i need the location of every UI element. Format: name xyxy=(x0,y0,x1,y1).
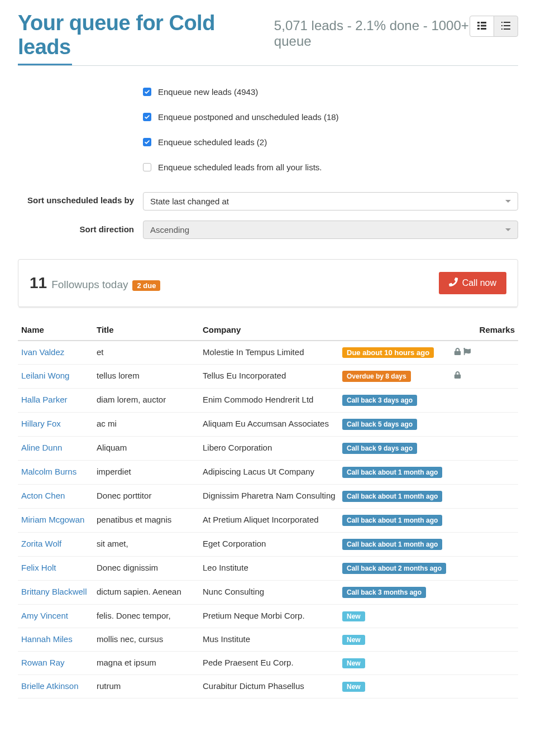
lead-name-link[interactable]: Halla Parker xyxy=(21,395,68,404)
status-badge: New xyxy=(342,611,365,621)
th-name: Name xyxy=(18,319,93,341)
grid-icon xyxy=(477,22,486,31)
status-badge: New xyxy=(342,658,365,668)
table-row: Ivan ValdezetMolestie In Tempus LimitedD… xyxy=(18,341,518,365)
status-badge: Call back about 2 months ago xyxy=(342,563,446,574)
status-badge: Call back about 1 month ago xyxy=(342,539,442,550)
checkbox-row[interactable]: Enqueue new leads (4943) xyxy=(143,87,518,97)
sort-direction-select[interactable]: Ascending xyxy=(143,221,518,239)
phone-icon xyxy=(449,277,458,289)
call-now-button[interactable]: Call now xyxy=(439,272,506,294)
lead-name-link[interactable]: Leilani Wong xyxy=(21,371,69,380)
lead-title: ac mi xyxy=(93,413,199,437)
th-title: Title xyxy=(93,319,199,341)
lead-name-link[interactable]: Hannah Miles xyxy=(21,634,73,644)
sort-by-value: State last changed at xyxy=(150,197,229,206)
active-tab-underline xyxy=(18,64,72,65)
lead-name-link[interactable]: Ivan Valdez xyxy=(21,347,64,357)
table-row: Felix HoltDonec dignissimLeo InstituteCa… xyxy=(18,557,518,581)
lead-name-link[interactable]: Acton Chen xyxy=(21,491,65,500)
table-row: Zorita Wolfsit amet,Eget CorporationCall… xyxy=(18,533,518,557)
lead-title: et xyxy=(93,341,199,365)
status-badge: Call back about 1 month ago xyxy=(342,467,442,478)
lead-name-link[interactable]: Rowan Ray xyxy=(21,658,65,667)
page-title: Your queue for Cold leads xyxy=(18,11,267,59)
checkbox-row[interactable]: Enqueue scheduled leads (2) xyxy=(143,137,518,147)
lead-company: Eget Corporation xyxy=(199,533,339,557)
svg-rect-0 xyxy=(477,22,480,23)
table-row: Aline DunnAliquamLibero CorporationCall … xyxy=(18,437,518,461)
checkbox-row[interactable]: Enqueue scheduled leads from all your li… xyxy=(143,162,518,172)
lead-company: Mus Institute xyxy=(199,628,339,652)
lead-title: tellus lorem xyxy=(93,365,199,389)
view-grid-button[interactable] xyxy=(470,16,494,37)
table-row: Rowan Raymagna et ipsumPede Praesent Eu … xyxy=(18,652,518,675)
status-badge: Call back 3 months ago xyxy=(342,587,426,598)
followups-label: Followups today xyxy=(51,279,128,291)
lead-company: Libero Corporation xyxy=(199,437,339,461)
lead-title: penatibus et magnis xyxy=(93,509,199,533)
lead-name-link[interactable]: Hillary Fox xyxy=(21,419,61,428)
checkbox-checked-icon xyxy=(143,138,151,146)
sort-direction-label: Sort direction xyxy=(18,221,143,234)
lead-name-link[interactable]: Miriam Mcgowan xyxy=(21,515,84,524)
followups-count: 11 xyxy=(30,274,47,292)
checkbox-checked-icon xyxy=(143,113,151,121)
svg-rect-11 xyxy=(504,28,510,30)
call-now-label: Call now xyxy=(462,278,496,288)
lead-name-link[interactable]: Felix Holt xyxy=(21,563,56,572)
lead-title: Donec dignissim xyxy=(93,557,199,581)
lead-company: Adipiscing Lacus Ut Company xyxy=(199,461,339,485)
lead-name-link[interactable]: Brittany Blackwell xyxy=(21,587,87,596)
svg-rect-3 xyxy=(481,25,486,26)
lead-title: sit amet, xyxy=(93,533,199,557)
table-row: Leilani Wongtellus loremTellus Eu Incorp… xyxy=(18,365,518,389)
lead-name-link[interactable]: Zorita Wolf xyxy=(21,539,61,548)
svg-rect-6 xyxy=(501,22,502,23)
checkbox-label: Enqueue scheduled leads from all your li… xyxy=(158,162,322,172)
lead-company: Nunc Consulting xyxy=(199,581,339,605)
due-badge: 2 due xyxy=(132,280,160,291)
sort-by-label: Sort unscheduled leads by xyxy=(18,192,143,205)
status-badge: Overdue by 8 days xyxy=(342,371,411,382)
lead-company: At Pretium Aliquet Incorporated xyxy=(199,509,339,533)
status-badge: Call back about 1 month ago xyxy=(342,515,442,526)
svg-rect-5 xyxy=(481,28,486,30)
view-toggle xyxy=(470,16,518,37)
svg-rect-1 xyxy=(481,22,486,23)
lock-icon xyxy=(454,347,461,357)
checkbox-row[interactable]: Enqueue postponed and unscheduled leads … xyxy=(143,112,518,122)
lead-title: rutrum xyxy=(93,675,199,698)
checkbox-label: Enqueue new leads (4943) xyxy=(158,87,258,97)
th-remarks: Remarks xyxy=(451,319,518,341)
svg-rect-9 xyxy=(504,25,510,26)
status-badge: Call back about 1 month ago xyxy=(342,491,442,502)
table-row: Miriam Mcgowanpenatibus et magnisAt Pret… xyxy=(18,509,518,533)
lead-name-link[interactable]: Brielle Atkinson xyxy=(21,681,79,691)
status-badge: Call back 9 days ago xyxy=(342,443,417,454)
svg-rect-2 xyxy=(477,25,480,26)
checkbox-label: Enqueue postponed and unscheduled leads … xyxy=(158,112,339,122)
lead-company: Dignissim Pharetra Nam Consulting xyxy=(199,485,339,509)
lead-company: Tellus Eu Incorporated xyxy=(199,365,339,389)
leads-table: Name Title Company Remarks Ivan Valdezet… xyxy=(18,319,518,698)
lead-company: Molestie In Tempus Limited xyxy=(199,341,339,365)
lead-title: felis. Donec tempor, xyxy=(93,605,199,628)
lead-title: imperdiet xyxy=(93,461,199,485)
lead-company: Enim Commodo Hendrerit Ltd xyxy=(199,389,339,413)
status-badge: Call back 5 days ago xyxy=(342,419,417,430)
svg-rect-8 xyxy=(501,25,502,26)
svg-rect-7 xyxy=(504,22,510,23)
table-row: Brittany Blackwelldictum sapien. AeneanN… xyxy=(18,581,518,605)
status-badge: Due about 10 hours ago xyxy=(342,347,434,358)
lead-name-link[interactable]: Amy Vincent xyxy=(21,611,68,620)
lead-name-link[interactable]: Aline Dunn xyxy=(21,443,62,452)
th-company: Company xyxy=(199,319,339,341)
followups-panel: 11 Followups today 2 due Call now xyxy=(18,259,518,307)
sort-by-select[interactable]: State last changed at xyxy=(143,192,518,210)
table-row: Hannah Milesmollis nec, cursusMus Instit… xyxy=(18,628,518,652)
lead-title: dictum sapien. Aenean xyxy=(93,581,199,605)
view-list-button[interactable] xyxy=(494,16,518,37)
table-row: Brielle AtkinsonrutrumCurabitur Dictum P… xyxy=(18,675,518,698)
lead-name-link[interactable]: Malcolm Burns xyxy=(21,467,76,476)
